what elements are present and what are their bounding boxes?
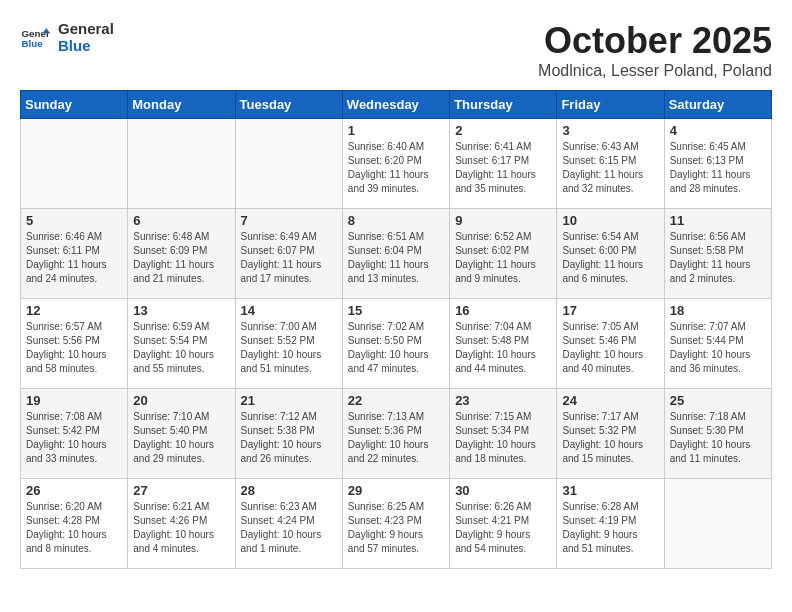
day-number: 17 [562, 303, 658, 318]
day-cell [235, 119, 342, 209]
day-number: 12 [26, 303, 122, 318]
day-number: 2 [455, 123, 551, 138]
day-info: Sunrise: 6:54 AM Sunset: 6:00 PM Dayligh… [562, 230, 658, 286]
day-cell: 26Sunrise: 6:20 AM Sunset: 4:28 PM Dayli… [21, 479, 128, 569]
day-info: Sunrise: 7:00 AM Sunset: 5:52 PM Dayligh… [241, 320, 337, 376]
day-number: 8 [348, 213, 444, 228]
day-info: Sunrise: 7:10 AM Sunset: 5:40 PM Dayligh… [133, 410, 229, 466]
day-info: Sunrise: 6:59 AM Sunset: 5:54 PM Dayligh… [133, 320, 229, 376]
day-info: Sunrise: 6:28 AM Sunset: 4:19 PM Dayligh… [562, 500, 658, 556]
day-cell: 14Sunrise: 7:00 AM Sunset: 5:52 PM Dayli… [235, 299, 342, 389]
day-cell: 30Sunrise: 6:26 AM Sunset: 4:21 PM Dayli… [450, 479, 557, 569]
day-number: 13 [133, 303, 229, 318]
day-cell: 8Sunrise: 6:51 AM Sunset: 6:04 PM Daylig… [342, 209, 449, 299]
day-info: Sunrise: 6:43 AM Sunset: 6:15 PM Dayligh… [562, 140, 658, 196]
day-number: 6 [133, 213, 229, 228]
day-number: 1 [348, 123, 444, 138]
day-cell [128, 119, 235, 209]
day-number: 15 [348, 303, 444, 318]
week-row-2: 5Sunrise: 6:46 AM Sunset: 6:11 PM Daylig… [21, 209, 772, 299]
week-row-3: 12Sunrise: 6:57 AM Sunset: 5:56 PM Dayli… [21, 299, 772, 389]
day-number: 31 [562, 483, 658, 498]
day-number: 4 [670, 123, 766, 138]
day-cell: 16Sunrise: 7:04 AM Sunset: 5:48 PM Dayli… [450, 299, 557, 389]
day-number: 5 [26, 213, 122, 228]
day-cell: 28Sunrise: 6:23 AM Sunset: 4:24 PM Dayli… [235, 479, 342, 569]
day-cell [21, 119, 128, 209]
day-header-sunday: Sunday [21, 91, 128, 119]
day-info: Sunrise: 6:26 AM Sunset: 4:21 PM Dayligh… [455, 500, 551, 556]
day-header-thursday: Thursday [450, 91, 557, 119]
day-number: 28 [241, 483, 337, 498]
calendar-table: SundayMondayTuesdayWednesdayThursdayFrid… [20, 90, 772, 569]
location: Modlnica, Lesser Poland, Poland [538, 62, 772, 80]
title-block: October 2025 Modlnica, Lesser Poland, Po… [538, 20, 772, 80]
day-cell: 23Sunrise: 7:15 AM Sunset: 5:34 PM Dayli… [450, 389, 557, 479]
day-number: 29 [348, 483, 444, 498]
day-cell: 10Sunrise: 6:54 AM Sunset: 6:00 PM Dayli… [557, 209, 664, 299]
week-row-5: 26Sunrise: 6:20 AM Sunset: 4:28 PM Dayli… [21, 479, 772, 569]
day-info: Sunrise: 6:56 AM Sunset: 5:58 PM Dayligh… [670, 230, 766, 286]
day-cell: 7Sunrise: 6:49 AM Sunset: 6:07 PM Daylig… [235, 209, 342, 299]
day-info: Sunrise: 6:23 AM Sunset: 4:24 PM Dayligh… [241, 500, 337, 556]
logo-blue-text: Blue [58, 37, 114, 54]
day-number: 14 [241, 303, 337, 318]
day-info: Sunrise: 6:45 AM Sunset: 6:13 PM Dayligh… [670, 140, 766, 196]
day-number: 11 [670, 213, 766, 228]
day-info: Sunrise: 7:04 AM Sunset: 5:48 PM Dayligh… [455, 320, 551, 376]
day-info: Sunrise: 7:18 AM Sunset: 5:30 PM Dayligh… [670, 410, 766, 466]
day-cell: 9Sunrise: 6:52 AM Sunset: 6:02 PM Daylig… [450, 209, 557, 299]
day-cell: 12Sunrise: 6:57 AM Sunset: 5:56 PM Dayli… [21, 299, 128, 389]
day-info: Sunrise: 7:13 AM Sunset: 5:36 PM Dayligh… [348, 410, 444, 466]
day-cell: 25Sunrise: 7:18 AM Sunset: 5:30 PM Dayli… [664, 389, 771, 479]
day-cell: 27Sunrise: 6:21 AM Sunset: 4:26 PM Dayli… [128, 479, 235, 569]
day-header-saturday: Saturday [664, 91, 771, 119]
week-row-1: 1Sunrise: 6:40 AM Sunset: 6:20 PM Daylig… [21, 119, 772, 209]
day-cell: 5Sunrise: 6:46 AM Sunset: 6:11 PM Daylig… [21, 209, 128, 299]
day-number: 18 [670, 303, 766, 318]
day-cell: 17Sunrise: 7:05 AM Sunset: 5:46 PM Dayli… [557, 299, 664, 389]
day-cell: 18Sunrise: 7:07 AM Sunset: 5:44 PM Dayli… [664, 299, 771, 389]
day-cell: 20Sunrise: 7:10 AM Sunset: 5:40 PM Dayli… [128, 389, 235, 479]
day-cell: 3Sunrise: 6:43 AM Sunset: 6:15 PM Daylig… [557, 119, 664, 209]
day-number: 3 [562, 123, 658, 138]
day-cell: 1Sunrise: 6:40 AM Sunset: 6:20 PM Daylig… [342, 119, 449, 209]
day-info: Sunrise: 6:20 AM Sunset: 4:28 PM Dayligh… [26, 500, 122, 556]
day-cell: 4Sunrise: 6:45 AM Sunset: 6:13 PM Daylig… [664, 119, 771, 209]
day-number: 19 [26, 393, 122, 408]
day-info: Sunrise: 7:05 AM Sunset: 5:46 PM Dayligh… [562, 320, 658, 376]
day-number: 24 [562, 393, 658, 408]
day-info: Sunrise: 7:17 AM Sunset: 5:32 PM Dayligh… [562, 410, 658, 466]
day-number: 25 [670, 393, 766, 408]
day-header-row: SundayMondayTuesdayWednesdayThursdayFrid… [21, 91, 772, 119]
svg-text:Blue: Blue [22, 38, 44, 49]
day-cell: 15Sunrise: 7:02 AM Sunset: 5:50 PM Dayli… [342, 299, 449, 389]
day-header-wednesday: Wednesday [342, 91, 449, 119]
day-cell: 13Sunrise: 6:59 AM Sunset: 5:54 PM Dayli… [128, 299, 235, 389]
day-number: 22 [348, 393, 444, 408]
day-info: Sunrise: 7:15 AM Sunset: 5:34 PM Dayligh… [455, 410, 551, 466]
day-info: Sunrise: 7:12 AM Sunset: 5:38 PM Dayligh… [241, 410, 337, 466]
day-number: 20 [133, 393, 229, 408]
day-info: Sunrise: 7:08 AM Sunset: 5:42 PM Dayligh… [26, 410, 122, 466]
day-cell: 19Sunrise: 7:08 AM Sunset: 5:42 PM Dayli… [21, 389, 128, 479]
day-cell: 2Sunrise: 6:41 AM Sunset: 6:17 PM Daylig… [450, 119, 557, 209]
day-info: Sunrise: 6:40 AM Sunset: 6:20 PM Dayligh… [348, 140, 444, 196]
day-number: 9 [455, 213, 551, 228]
logo-icon: General Blue [20, 22, 50, 52]
day-info: Sunrise: 6:48 AM Sunset: 6:09 PM Dayligh… [133, 230, 229, 286]
day-number: 27 [133, 483, 229, 498]
day-info: Sunrise: 6:25 AM Sunset: 4:23 PM Dayligh… [348, 500, 444, 556]
day-number: 30 [455, 483, 551, 498]
day-info: Sunrise: 6:49 AM Sunset: 6:07 PM Dayligh… [241, 230, 337, 286]
logo-general-text: General [58, 20, 114, 37]
day-info: Sunrise: 6:41 AM Sunset: 6:17 PM Dayligh… [455, 140, 551, 196]
day-header-tuesday: Tuesday [235, 91, 342, 119]
page-header: General Blue General Blue October 2025 M… [20, 20, 772, 80]
day-number: 16 [455, 303, 551, 318]
day-number: 10 [562, 213, 658, 228]
day-number: 23 [455, 393, 551, 408]
day-cell: 24Sunrise: 7:17 AM Sunset: 5:32 PM Dayli… [557, 389, 664, 479]
day-cell: 22Sunrise: 7:13 AM Sunset: 5:36 PM Dayli… [342, 389, 449, 479]
day-cell: 6Sunrise: 6:48 AM Sunset: 6:09 PM Daylig… [128, 209, 235, 299]
